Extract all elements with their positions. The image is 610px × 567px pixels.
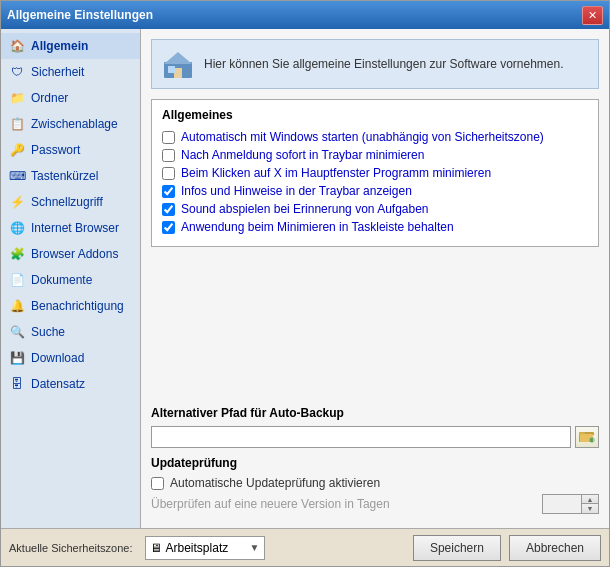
spinner-up-button[interactable]: ▲ [582,495,598,504]
svg-rect-3 [168,66,175,73]
sidebar-label-suche: Suche [31,325,65,339]
main-window: Allgemeine Einstellungen ✕ 🏠Allgemein🛡Si… [0,0,610,567]
update-days-row: Überprüfen auf eine neuere Version in Ta… [151,494,599,514]
backup-browse-button[interactable]: ↑ [575,426,599,448]
checkbox-minimize-tray-row: Nach Anmeldung sofort in Traybar minimie… [162,148,588,162]
sidebar-label-sicherheit: Sicherheit [31,65,84,79]
allgemein-icon: 🏠 [9,38,25,54]
sicherheit-icon: 🛡 [9,64,25,80]
backup-input-row: ↑ [151,426,599,448]
window-title: Allgemeine Einstellungen [7,8,153,22]
checkbox-taskleiste[interactable] [162,221,175,234]
sidebar-label-dokumente: Dokumente [31,273,92,287]
update-title: Updateprüfung [151,456,599,470]
datensatz-icon: 🗄 [9,376,25,392]
sidebar-label-download: Download [31,351,84,365]
sidebar-item-passwort[interactable]: 🔑Passwort [1,137,140,163]
checkbox-tray-hints-row: Infos und Hinweise in der Traybar anzeig… [162,184,588,198]
sidebar-item-suche[interactable]: 🔍Suche [1,319,140,345]
sidebar-item-benachrichtigung[interactable]: 🔔Benachrichtigung [1,293,140,319]
checkbox-auto-update-label: Automatische Updateprüfung aktivieren [170,476,380,490]
checkbox-autostart-row: Automatisch mit Windows starten (unabhän… [162,130,588,144]
passwort-icon: 🔑 [9,142,25,158]
folder-browse-icon: ↑ [579,429,595,446]
svg-text:↑: ↑ [591,430,596,443]
spinner-buttons: ▲ ▼ [582,494,599,514]
svg-marker-1 [164,52,192,64]
sidebar-item-dokumente[interactable]: 📄Dokumente [1,267,140,293]
title-bar-buttons: ✕ [582,6,603,25]
sidebar-label-allgemein: Allgemein [31,39,88,53]
sidebar-item-schnellzugriff[interactable]: ⚡Schnellzugriff [1,189,140,215]
zwischenablage-icon: 📋 [9,116,25,132]
browser-addons-icon: 🧩 [9,246,25,262]
sidebar-item-datensatz[interactable]: 🗄Datensatz [1,371,140,397]
header-section: Hier können Sie allgemeine Einstellungen… [151,39,599,89]
days-input[interactable]: 30 [542,494,582,514]
sidebar-label-zwischenablage: Zwischenablage [31,117,118,131]
update-days-label: Überprüfen auf eine neuere Version in Ta… [151,497,536,511]
spinner-down-button[interactable]: ▼ [582,504,598,513]
sidebar-item-browser-addons[interactable]: 🧩Browser Addons [1,241,140,267]
sidebar-label-browser-addons: Browser Addons [31,247,118,261]
sidebar-label-internet-browser: Internet Browser [31,221,119,235]
checkbox-sound-tasks-row: Sound abspielen bei Erinnerung von Aufga… [162,202,588,216]
ordner-icon: 📁 [9,90,25,106]
sidebar-item-ordner[interactable]: 📁Ordner [1,85,140,111]
backup-title: Alternativer Pfad für Auto-Backup [151,406,599,420]
save-button[interactable]: Speichern [413,535,501,561]
backup-path-input[interactable] [151,426,571,448]
checkbox-minimize-x-row: Beim Klicken auf X im Hauptfenster Progr… [162,166,588,180]
sidebar-item-tastenkuerzel[interactable]: ⌨Tastenkürzel [1,163,140,189]
sidebar-label-ordner: Ordner [31,91,68,105]
schnellzugriff-icon: ⚡ [9,194,25,210]
dokumente-icon: 📄 [9,272,25,288]
checkbox-tray-hints[interactable] [162,185,175,198]
checkbox-taskleiste-row: Anwendung beim Minimieren in Taskleiste … [162,220,588,234]
update-section: Updateprüfung Automatische Updateprüfung… [151,456,599,514]
checkbox-minimize-x-label: Beim Klicken auf X im Hauptfenster Progr… [181,166,491,180]
close-button[interactable]: ✕ [582,6,603,25]
download-icon: 💾 [9,350,25,366]
security-zone-icon: 🖥 [150,541,162,555]
sidebar-item-download[interactable]: 💾Download [1,345,140,371]
dropdown-arrow-icon: ▼ [250,542,260,553]
header-description: Hier können Sie allgemeine Einstellungen… [204,57,564,71]
checkbox-minimize-tray[interactable] [162,149,175,162]
home-icon [162,48,194,80]
backup-section: Alternativer Pfad für Auto-Backup ↑ [151,406,599,448]
sidebar-label-datensatz: Datensatz [31,377,85,391]
update-checkbox-row: Automatische Updateprüfung aktivieren [151,476,599,490]
svg-rect-2 [174,68,182,78]
sidebar-label-benachrichtigung: Benachrichtigung [31,299,124,313]
checkbox-sound-tasks-label: Sound abspielen bei Erinnerung von Aufga… [181,202,429,216]
benachrichtigung-icon: 🔔 [9,298,25,314]
checkbox-autostart[interactable] [162,131,175,144]
internet-browser-icon: 🌐 [9,220,25,236]
sidebar-item-allgemein[interactable]: 🏠Allgemein [1,33,140,59]
bottom-bar: Aktuelle Sicherheitszone: 🖥 Arbeitsplatz… [1,528,609,566]
allgemeines-section: Allgemeines Automatisch mit Windows star… [151,99,599,247]
sidebar-item-sicherheit[interactable]: 🛡Sicherheit [1,59,140,85]
suche-icon: 🔍 [9,324,25,340]
checkbox-autostart-label: Automatisch mit Windows starten (unabhän… [181,130,544,144]
sidebar-item-internet-browser[interactable]: 🌐Internet Browser [1,215,140,241]
sidebar-label-schnellzugriff: Schnellzugriff [31,195,103,209]
title-bar: Allgemeine Einstellungen ✕ [1,1,609,29]
checkbox-auto-update[interactable] [151,477,164,490]
checkbox-taskleiste-label: Anwendung beim Minimieren in Taskleiste … [181,220,454,234]
sidebar-label-passwort: Passwort [31,143,80,157]
checkbox-minimize-x[interactable] [162,167,175,180]
content-area: 🏠Allgemein🛡Sicherheit📁Ordner📋Zwischenabl… [1,29,609,528]
security-zone-dropdown[interactable]: 🖥 Arbeitsplatz ▼ [145,536,265,560]
sidebar-label-tastenkuerzel: Tastenkürzel [31,169,98,183]
security-zone-label: Aktuelle Sicherheitszone: [9,542,133,554]
checkbox-minimize-tray-label: Nach Anmeldung sofort in Traybar minimie… [181,148,424,162]
security-zone-value: Arbeitsplatz [166,541,246,555]
days-spinner: 30 ▲ ▼ [542,494,599,514]
checkbox-tray-hints-label: Infos und Hinweise in der Traybar anzeig… [181,184,412,198]
checkbox-sound-tasks[interactable] [162,203,175,216]
cancel-button[interactable]: Abbrechen [509,535,601,561]
tastenkuerzel-icon: ⌨ [9,168,25,184]
sidebar-item-zwischenablage[interactable]: 📋Zwischenablage [1,111,140,137]
